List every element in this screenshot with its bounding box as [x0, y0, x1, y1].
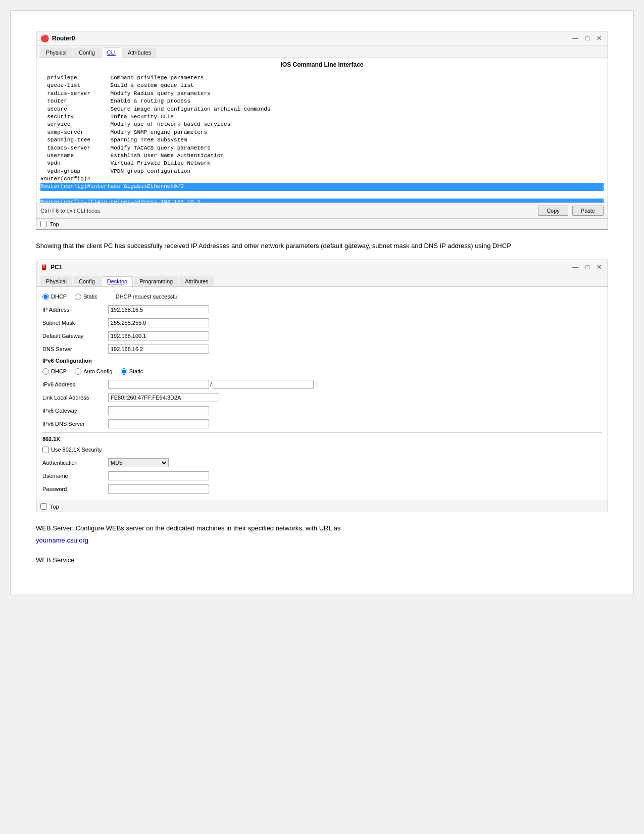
- router-minimize-btn[interactable]: —: [570, 34, 580, 42]
- ipv6-section-title: IPv6 Configuration: [42, 358, 602, 364]
- ipv6-address-input[interactable]: [108, 380, 209, 389]
- pc-bottom-bar: Top: [36, 501, 608, 512]
- ipv6-static-label: Static: [129, 368, 143, 374]
- default-gw-input[interactable]: [108, 331, 209, 340]
- ipv6-dhcp-item[interactable]: DHCP: [42, 368, 67, 375]
- password-label: Password: [42, 486, 108, 492]
- ip-address-label: IP Address: [42, 307, 108, 313]
- password-row: Password: [42, 483, 602, 495]
- use-security-checkbox[interactable]: [42, 447, 49, 453]
- router-window: 🔴 Router0 — □ ✕ Physical Config CLI Attr…: [36, 31, 608, 230]
- tab-cli[interactable]: CLI: [102, 47, 121, 58]
- router-footer: Ctrl+F6 to exit CLI focus Copy Paste: [36, 203, 608, 218]
- cli-hint: Ctrl+F6 to exit CLI focus: [40, 208, 100, 214]
- password-input[interactable]: [108, 484, 209, 494]
- cli-footer-buttons: Copy Paste: [538, 206, 604, 216]
- auth-select[interactable]: MD5: [108, 458, 169, 467]
- pc-window: 🖥 PC1 — □ ✕ Physical Config Desktop Prog…: [36, 260, 608, 512]
- ipv6-static-radio[interactable]: [121, 368, 127, 375]
- pc-tab-programming[interactable]: Programming: [134, 276, 178, 286]
- pc-minimize-btn[interactable]: —: [570, 263, 580, 271]
- pc-titlebar: 🖥 PC1 — □ ✕: [36, 260, 608, 274]
- ipv6-dns-input[interactable]: [108, 419, 209, 428]
- dns-server-input[interactable]: [108, 345, 209, 354]
- cli-subtitle: IOS Command Line Interface: [36, 58, 608, 71]
- username-input[interactable]: [108, 471, 209, 480]
- web-server-url: yourname.csu.org: [36, 536, 88, 544]
- router-titlebar: 🔴 Router0 — □ ✕: [36, 31, 608, 45]
- tab-config[interactable]: Config: [73, 47, 101, 58]
- ipv6-mode-row: DHCP Auto Config Static: [42, 366, 602, 377]
- cli-output[interactable]: privilege Command privilege parameters q…: [36, 71, 608, 203]
- ipv6-auto-item[interactable]: Auto Config: [75, 368, 112, 375]
- dhcp-radio[interactable]: [42, 293, 49, 300]
- ipv6-gw-label: IPv6 Gateway: [42, 408, 108, 414]
- pc-window-controls: — □ ✕: [570, 263, 604, 271]
- static-radio[interactable]: [75, 293, 81, 300]
- static-label: Static: [83, 293, 97, 300]
- router-icon: 🔴: [40, 34, 49, 42]
- page-container: 🔴 Router0 — □ ✕ Physical Config CLI Attr…: [10, 10, 634, 595]
- link-local-label: Link Local Address: [42, 395, 108, 401]
- pc-top-checkbox[interactable]: [40, 503, 47, 510]
- web-server-text: WEB Server: Configure WEBs server on the…: [36, 522, 608, 546]
- use-security-label: Use 802.1X Security: [51, 447, 102, 453]
- ip-address-row: IP Address: [42, 304, 602, 315]
- ip-mode-row: DHCP Static DHCP request successful: [42, 291, 602, 302]
- link-local-row: Link Local Address: [42, 392, 602, 403]
- auth-row: Authentication MD5: [42, 457, 602, 468]
- pc-tab-attributes[interactable]: Attributes: [179, 276, 214, 286]
- ipv6-dhcp-label: DHCP: [51, 368, 67, 374]
- router-top-checkbox[interactable]: [40, 221, 47, 227]
- router-title: 🔴 Router0: [40, 34, 75, 42]
- router-maximize-btn[interactable]: □: [584, 34, 591, 42]
- dns-server-label: DNS Server: [42, 346, 108, 352]
- dns-server-row: DNS Server: [42, 344, 602, 355]
- pc-title: 🖥 PC1: [40, 263, 62, 271]
- pc-tab-desktop[interactable]: Desktop: [102, 276, 133, 286]
- ipv6-dhcp-radio[interactable]: [42, 368, 49, 375]
- pc-top-label: Top: [50, 504, 59, 510]
- ip-address-input[interactable]: [108, 305, 209, 314]
- ipv6-dns-row: IPv6 DNS Server: [42, 418, 602, 429]
- copy-button[interactable]: Copy: [538, 206, 568, 216]
- router-close-btn[interactable]: ✕: [595, 34, 604, 42]
- ipv6-radio-group: DHCP Auto Config Static: [42, 368, 143, 375]
- ipv6-address-label: IPv6 Address: [42, 381, 108, 387]
- username-label: Username: [42, 473, 108, 479]
- ipv6-auto-label: Auto Config: [83, 368, 112, 374]
- ipv6-address-row: IPv6 Address /: [42, 379, 602, 390]
- slash-label: /: [210, 381, 212, 387]
- ipv6-dns-label: IPv6 DNS Server: [42, 421, 108, 427]
- tab-physical[interactable]: Physical: [40, 47, 72, 58]
- subnet-mask-label: Subnet Mask: [42, 320, 108, 326]
- ipv6-gw-input[interactable]: [108, 406, 209, 415]
- router-top-label: Top: [50, 221, 59, 227]
- pc-tabs: Physical Config Desktop Programming Attr…: [36, 274, 608, 287]
- router-window-controls: — □ ✕: [570, 34, 604, 42]
- pc-tab-config[interactable]: Config: [73, 276, 101, 286]
- web-server-line1: WEB Server: Configure WEBs server on the…: [36, 524, 341, 532]
- subnet-mask-input[interactable]: [108, 318, 209, 327]
- dhcp-label: DHCP: [51, 293, 67, 300]
- pc-title-text: PC1: [51, 264, 62, 271]
- link-local-input[interactable]: [108, 393, 219, 402]
- pc-tab-physical[interactable]: Physical: [40, 276, 72, 286]
- ipv6-prefix-input[interactable]: [213, 380, 314, 389]
- static-radio-item[interactable]: Static: [75, 293, 97, 300]
- username-row: Username: [42, 470, 602, 481]
- pc-close-btn[interactable]: ✕: [595, 263, 604, 271]
- router-bottom-bar: Top: [36, 218, 608, 229]
- tab-attributes[interactable]: Attributes: [122, 47, 157, 58]
- default-gw-row: Default Gateway: [42, 330, 602, 341]
- pc-maximize-btn[interactable]: □: [584, 263, 591, 271]
- default-gw-label: Default Gateway: [42, 333, 108, 339]
- paste-button[interactable]: Paste: [572, 206, 604, 216]
- dot1x-title: 802.1X: [42, 436, 602, 442]
- dhcp-radio-item[interactable]: DHCP: [42, 293, 67, 300]
- router-tabs: Physical Config CLI Attributes: [36, 45, 608, 58]
- ipv6-auto-radio[interactable]: [75, 368, 81, 375]
- ipv6-static-item[interactable]: Static: [121, 368, 143, 375]
- web-service-text: WEB Service: [36, 554, 608, 566]
- subnet-mask-row: Subnet Mask: [42, 317, 602, 328]
